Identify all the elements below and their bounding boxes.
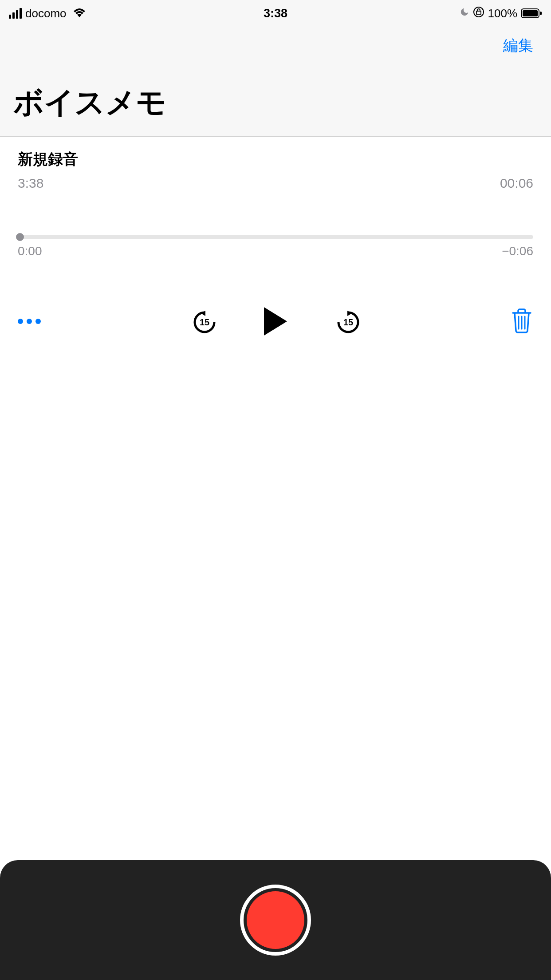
record-button-inner [247, 891, 304, 949]
orientation-lock-icon [473, 6, 484, 21]
status-bar: docomo 3:38 100% [0, 0, 551, 27]
scrubber-thumb[interactable] [16, 233, 24, 241]
header: 編集 ボイスメモ [0, 27, 551, 137]
delete-button[interactable] [510, 308, 533, 335]
status-time: 3:38 [264, 7, 287, 20]
play-button[interactable] [264, 307, 287, 336]
battery-percent-label: 100% [488, 7, 518, 20]
remaining-time-label: −0:06 [502, 244, 533, 258]
recording-title[interactable]: 新規録音 [18, 149, 533, 170]
page-title: ボイスメモ [13, 83, 538, 123]
wifi-icon [73, 7, 86, 20]
battery-icon [521, 8, 542, 18]
status-right: 100% [460, 6, 543, 21]
carrier-label: docomo [25, 7, 67, 20]
do-not-disturb-icon [460, 7, 469, 20]
playback-scrubber[interactable]: 0:00 −0:06 [18, 235, 533, 258]
svg-rect-2 [523, 10, 538, 16]
svg-text:15: 15 [200, 317, 209, 327]
edit-button[interactable]: 編集 [503, 36, 533, 56]
recording-item[interactable]: 新規録音 3:38 00:06 0:00 −0:06 15 [0, 137, 551, 358]
skip-forward-15-button[interactable]: 15 [336, 310, 359, 333]
status-left: docomo [9, 7, 86, 20]
signal-strength-icon [9, 8, 22, 19]
recording-time-label: 3:38 [18, 176, 43, 191]
more-options-button[interactable] [18, 319, 41, 324]
elapsed-time-label: 0:00 [18, 244, 42, 258]
record-button[interactable] [240, 885, 311, 956]
skip-back-15-button[interactable]: 15 [192, 310, 215, 333]
record-toolbar [0, 860, 551, 980]
recording-duration-label: 00:06 [500, 176, 533, 191]
svg-rect-3 [540, 12, 542, 15]
svg-text:15: 15 [343, 317, 353, 327]
